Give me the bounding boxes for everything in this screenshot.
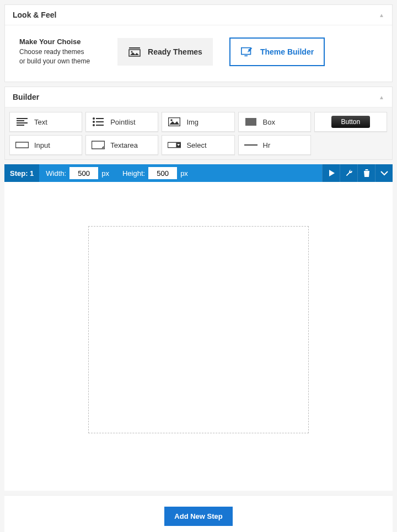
make-choice-sub1: Choose ready themes xyxy=(19,47,90,57)
width-input[interactable] xyxy=(69,167,98,179)
builder-title: Builder xyxy=(13,93,39,101)
make-choice-title: Make Your Choise xyxy=(19,37,90,46)
builder-header[interactable]: Builder ▲ xyxy=(5,87,392,108)
svg-rect-0 xyxy=(129,47,140,49)
select-icon xyxy=(168,140,181,150)
look-and-feel-header[interactable]: Look & Feel ▲ xyxy=(5,5,392,25)
tool-box-label: Box xyxy=(263,118,275,126)
theme-option-group: Ready Themes Theme Builder xyxy=(117,37,325,66)
play-icon xyxy=(328,170,335,176)
svg-rect-18 xyxy=(15,142,28,148)
tool-textarea[interactable]: Textarea xyxy=(85,135,158,155)
svg-rect-5 xyxy=(17,118,28,119)
height-unit: px xyxy=(180,169,188,178)
input-icon xyxy=(15,140,29,150)
textarea-icon xyxy=(92,140,105,150)
builder-panel: Builder ▲ Text Pointlist Img Box xyxy=(4,87,393,160)
svg-point-2 xyxy=(131,51,133,53)
pointlist-icon xyxy=(92,117,105,127)
width-label: Width: xyxy=(46,169,66,178)
look-and-feel-title: Look & Feel xyxy=(13,10,56,19)
make-choice-sub2: or build your own theme xyxy=(19,57,90,66)
height-label: Height: xyxy=(122,169,145,178)
tool-text[interactable]: Text xyxy=(9,112,82,132)
make-choice-text: Make Your Choise Choose ready themes or … xyxy=(19,37,90,66)
tool-hr-label: Hr xyxy=(263,141,271,149)
svg-rect-6 xyxy=(17,120,24,121)
tool-input[interactable]: Input xyxy=(9,135,82,155)
img-icon xyxy=(168,117,181,127)
collapse-icon: ▲ xyxy=(379,94,384,100)
svg-rect-12 xyxy=(96,121,104,122)
text-icon xyxy=(15,117,29,127)
svg-rect-22 xyxy=(244,144,257,146)
trash-icon xyxy=(363,169,370,177)
theme-builder-label: Theme Builder xyxy=(260,47,314,56)
tool-text-label: Text xyxy=(34,118,47,126)
tool-box[interactable]: Box xyxy=(238,112,311,132)
box-icon xyxy=(244,117,257,127)
tool-select-label: Select xyxy=(186,141,206,149)
height-group: Height: px xyxy=(116,167,195,179)
delete-button[interactable] xyxy=(357,164,375,182)
svg-point-16 xyxy=(171,119,173,121)
step-bar: Step: 1 Width: px Height: px xyxy=(4,164,393,182)
settings-button[interactable] xyxy=(340,164,357,182)
svg-point-13 xyxy=(93,124,95,126)
footer: Add New Step xyxy=(4,495,393,532)
canvas-area[interactable] xyxy=(4,182,393,491)
look-and-feel-body: Make Your Choise Choose ready themes or … xyxy=(5,25,392,82)
hr-icon xyxy=(244,140,257,150)
theme-builder-icon xyxy=(240,46,254,57)
svg-rect-4 xyxy=(244,55,248,56)
height-input[interactable] xyxy=(148,167,177,179)
svg-rect-15 xyxy=(169,118,180,126)
svg-rect-10 xyxy=(96,118,104,119)
theme-builder-option[interactable]: Theme Builder xyxy=(229,37,325,66)
collapse-icon: ▲ xyxy=(379,12,384,18)
chevron-down-icon xyxy=(380,170,388,176)
tool-img-label: Img xyxy=(186,118,198,126)
svg-rect-7 xyxy=(17,122,28,123)
tool-img[interactable]: Img xyxy=(162,112,234,132)
tool-textarea-label: Textarea xyxy=(110,141,138,149)
step-label: Step: 1 xyxy=(4,164,39,182)
tool-pointlist[interactable]: Pointlist xyxy=(85,112,158,132)
tool-pointlist-label: Pointlist xyxy=(110,118,136,126)
wrench-icon xyxy=(345,169,353,177)
svg-point-9 xyxy=(93,117,95,120)
canvas-dropzone[interactable] xyxy=(88,226,309,433)
svg-rect-1 xyxy=(129,50,140,56)
ready-themes-icon xyxy=(128,46,141,57)
builder-tools: Text Pointlist Img Box Button xyxy=(5,108,392,159)
svg-rect-14 xyxy=(96,125,104,126)
svg-rect-8 xyxy=(17,125,24,126)
width-unit: px xyxy=(101,169,109,178)
button-preview: Button xyxy=(331,116,370,128)
play-button[interactable] xyxy=(322,164,340,182)
tool-input-label: Input xyxy=(34,141,50,149)
expand-button[interactable] xyxy=(375,164,393,182)
tool-select[interactable]: Select xyxy=(162,135,234,155)
look-and-feel-panel: Look & Feel ▲ Make Your Choise Choose re… xyxy=(4,4,393,82)
tool-button[interactable]: Button xyxy=(314,112,387,132)
add-step-button[interactable]: Add New Step xyxy=(164,507,232,526)
ready-themes-option[interactable]: Ready Themes xyxy=(117,38,213,66)
width-group: Width: px xyxy=(39,167,116,179)
svg-point-11 xyxy=(93,121,95,123)
svg-rect-17 xyxy=(245,118,256,126)
ready-themes-label: Ready Themes xyxy=(148,47,202,56)
tool-hr[interactable]: Hr xyxy=(238,135,311,155)
